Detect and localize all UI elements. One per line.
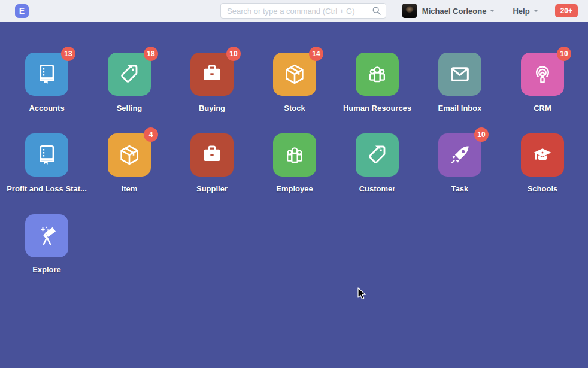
app-shortcut-stock[interactable]: 14 Stock <box>253 53 336 112</box>
app-shortcut-customer[interactable]: Customer <box>336 133 419 193</box>
notification-badge: 10 <box>474 127 489 142</box>
notification-badge: 10 <box>557 47 571 61</box>
app-shortcut-buying[interactable]: 10 Buying <box>171 53 253 112</box>
app-shortcut-supplier[interactable]: Supplier <box>171 133 253 193</box>
help-menu-label: Help <box>513 7 529 16</box>
user-menu[interactable]: Michael Corleone <box>422 7 487 16</box>
tile-label: Stock <box>284 104 305 112</box>
envelope-icon[interactable] <box>438 53 481 96</box>
book-icon[interactable] <box>25 133 68 177</box>
notifications-badge-button[interactable]: 20+ <box>555 4 578 17</box>
tile-label: Explore <box>32 265 61 274</box>
tile-label: Profit and Loss Stat... <box>7 184 87 193</box>
app-logo[interactable]: E <box>15 4 29 18</box>
tile-label: Customer <box>359 184 396 193</box>
notification-badge: 13 <box>61 47 75 61</box>
app-shortcut-item[interactable]: 4 Item <box>88 133 171 193</box>
help-menu[interactable]: Help <box>513 7 538 16</box>
app-shortcut-accounts[interactable]: 13 Accounts <box>5 53 88 112</box>
navbar-right: Michael Corleone Help 20+ <box>402 0 578 22</box>
cube-icon[interactable] <box>108 133 151 177</box>
tile-label: Selling <box>117 104 143 112</box>
app-shortcut-schools[interactable]: Schools <box>501 133 584 193</box>
tile-label: Task <box>451 184 469 193</box>
tile-label: Email Inbox <box>438 104 482 112</box>
cube-icon[interactable] <box>273 53 316 96</box>
notification-badge: 4 <box>144 127 158 142</box>
search-input[interactable] <box>220 3 386 19</box>
person-broadcast-icon[interactable] <box>521 53 564 96</box>
app-shortcut-task[interactable]: 10 Task <box>419 133 501 193</box>
tile-label: Schools <box>528 184 558 193</box>
app-shortcut-human-resources[interactable]: Human Resources <box>336 53 419 112</box>
tile-label: CRM <box>534 104 551 112</box>
mouse-cursor <box>357 287 366 301</box>
app-shortcut-profit-and-loss-stat[interactable]: Profit and Loss Stat... <box>5 133 88 193</box>
global-search <box>220 3 386 19</box>
people-icon[interactable] <box>356 53 399 96</box>
notification-badge: 14 <box>309 47 323 61</box>
app-shortcut-employee[interactable]: Employee <box>253 133 336 193</box>
briefcase-icon[interactable] <box>190 133 234 177</box>
desktop: 13 Accounts 18 Selling 10 Buying 14 Stoc… <box>0 22 588 368</box>
graduation-cap-icon[interactable] <box>521 133 564 177</box>
notification-badge: 10 <box>226 47 241 61</box>
chevron-down-icon <box>534 10 538 12</box>
rocket-icon[interactable] <box>438 133 481 177</box>
icon-grid: 13 Accounts 18 Selling 10 Buying 14 Stoc… <box>0 22 588 274</box>
tag-icon[interactable] <box>356 133 399 177</box>
book-icon[interactable] <box>25 53 68 96</box>
briefcase-icon[interactable] <box>190 53 234 96</box>
app-shortcut-crm[interactable]: 10 CRM <box>501 53 584 112</box>
tile-label: Employee <box>276 184 313 193</box>
app-shortcut-explore[interactable]: Explore <box>5 214 88 274</box>
app-shortcut-email-inbox[interactable]: Email Inbox <box>419 53 501 112</box>
chevron-down-icon <box>490 10 495 12</box>
tile-label: Buying <box>199 104 225 112</box>
search-icon <box>372 6 381 16</box>
tag-icon[interactable] <box>108 53 151 96</box>
telescope-icon[interactable] <box>25 214 68 257</box>
navbar: E Michael Corleone Help 20+ <box>0 0 588 22</box>
user-avatar[interactable] <box>402 4 417 18</box>
tile-label: Accounts <box>29 104 64 112</box>
tile-label: Item <box>122 184 138 193</box>
people-icon[interactable] <box>273 133 316 177</box>
app-shortcut-selling[interactable]: 18 Selling <box>88 53 171 112</box>
tile-label: Human Resources <box>343 104 411 112</box>
tile-label: Supplier <box>196 184 228 193</box>
notification-badge: 18 <box>144 47 158 61</box>
